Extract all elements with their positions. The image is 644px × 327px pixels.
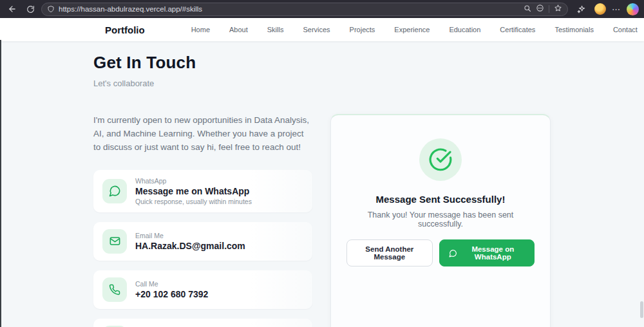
nav-link-certificates[interactable]: Certificates xyxy=(500,26,535,33)
toolbar-right-cluster: ⋯ xyxy=(574,2,639,16)
browser-toolbar: https://hassan-abdulrazeq.vercel.app/#sk… xyxy=(0,0,644,18)
nav-link-services[interactable]: Services xyxy=(303,26,330,33)
nav-link-education[interactable]: Education xyxy=(449,26,480,33)
whatsapp-chat-icon xyxy=(102,179,127,203)
reader-dots-icon[interactable] xyxy=(536,3,544,15)
contact-card-location[interactable]: Location Alexandria, Egypt xyxy=(93,319,312,327)
page-scrollbar[interactable] xyxy=(640,301,643,318)
contact-value: HA.Razak.DS@gmail.com xyxy=(135,241,245,251)
nav-link-contact[interactable]: Contact xyxy=(613,26,638,33)
contact-section: Get In Touch Let's collaborate I'm curre… xyxy=(0,41,644,327)
bookmark-star-icon[interactable] xyxy=(554,3,562,15)
window-edge xyxy=(0,40,1,327)
nav-link-home[interactable]: Home xyxy=(191,26,210,33)
url-bar[interactable]: https://hassan-abdulrazeq.vercel.app/#sk… xyxy=(41,3,568,16)
browser-window: https://hassan-abdulrazeq.vercel.app/#sk… xyxy=(0,0,644,327)
contact-label: Call Me xyxy=(135,280,208,288)
contact-cards: WhatsApp Message me on WhatsApp Quick re… xyxy=(93,170,312,327)
message-on-whatsapp-button[interactable]: Message on WhatsApp xyxy=(439,239,535,266)
contact-info-column: I'm currently open to new opportunities … xyxy=(93,114,312,327)
message-success-card: Message Sent Successfully! Thank you! Yo… xyxy=(330,114,551,327)
send-another-message-button[interactable]: Send Another Message xyxy=(346,239,433,266)
nav-link-about[interactable]: About xyxy=(229,26,248,33)
sparkle-icon[interactable] xyxy=(574,2,589,16)
contact-label: Email Me xyxy=(135,232,245,239)
success-title: Message Sent Successfully! xyxy=(346,194,535,205)
nav-link-experience[interactable]: Experience xyxy=(394,26,430,33)
reload-button[interactable] xyxy=(23,2,37,16)
copilot-icon[interactable] xyxy=(627,3,639,15)
nav-link-projects[interactable]: Projects xyxy=(350,26,375,33)
url-text[interactable]: https://hassan-abdulrazeq.vercel.app/#sk… xyxy=(59,5,520,13)
profile-avatar[interactable] xyxy=(594,3,606,15)
success-message: Thank you! Your message has been sent su… xyxy=(346,210,535,229)
overflow-menu-icon[interactable]: ⋯ xyxy=(612,5,621,14)
envelope-icon xyxy=(102,229,127,254)
back-icon xyxy=(8,5,17,14)
contact-card-email[interactable]: Email Me HA.Razak.DS@gmail.com xyxy=(93,222,312,261)
page-title: Get In Touch xyxy=(93,53,644,73)
phone-icon xyxy=(102,277,127,302)
page-subtitle: Let's collaborate xyxy=(93,79,644,88)
contact-label: WhatsApp xyxy=(135,177,252,185)
search-icon[interactable] xyxy=(524,3,531,15)
nav-links: Home About Skills Services Projects Expe… xyxy=(191,26,638,33)
contact-value: +20 102 680 7392 xyxy=(135,289,208,299)
reload-icon xyxy=(26,5,35,14)
whatsapp-chat-icon xyxy=(449,249,457,257)
contact-card-whatsapp[interactable]: WhatsApp Message me on WhatsApp Quick re… xyxy=(93,170,312,212)
back-button[interactable] xyxy=(5,2,19,16)
brand-logo[interactable]: Portfolio xyxy=(105,24,145,35)
nav-link-testimonials[interactable]: Testimonials xyxy=(554,26,594,33)
site-navbar: Portfolio Home About Skills Services Pro… xyxy=(0,18,644,41)
success-check-icon xyxy=(419,138,462,181)
contact-value: Message me on WhatsApp xyxy=(135,186,252,196)
shield-icon[interactable] xyxy=(47,5,55,13)
contact-card-phone[interactable]: Call Me +20 102 680 7392 xyxy=(93,270,312,309)
nav-link-skills[interactable]: Skills xyxy=(267,26,284,33)
toolbar-divider xyxy=(549,5,549,13)
contact-note: Quick response, usually within minutes xyxy=(135,198,252,205)
whatsapp-button-label: Message on WhatsApp xyxy=(461,245,525,261)
intro-text: I'm currently open to new opportunities … xyxy=(93,114,312,154)
